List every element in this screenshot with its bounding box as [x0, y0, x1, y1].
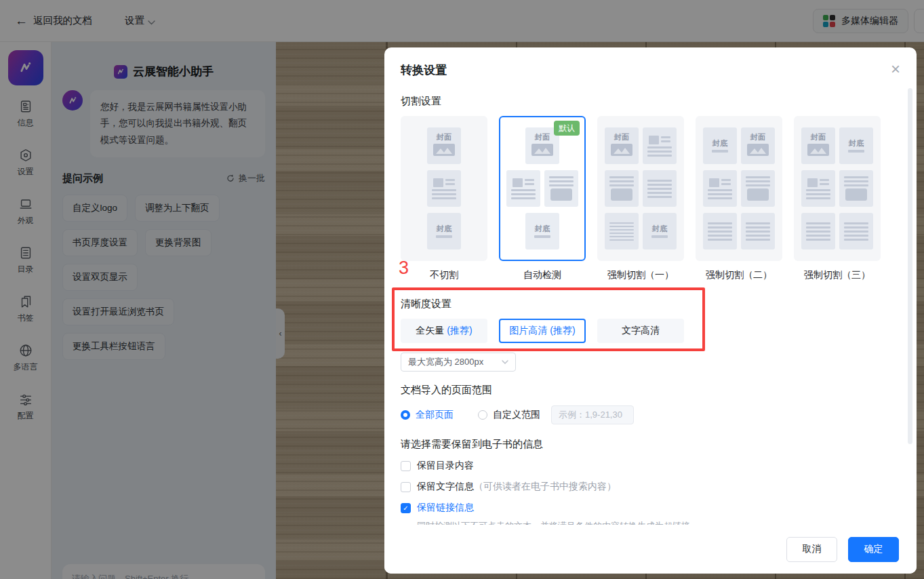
thumb-line [647, 151, 672, 153]
thumb-line [844, 235, 868, 237]
thumb-image-text [433, 178, 455, 187]
cover-image-icon [611, 144, 632, 159]
thumb-row: 封底封面 [703, 127, 775, 164]
thumb-line [708, 189, 732, 191]
thumb-page-lines [741, 213, 775, 249]
thumb-line [609, 229, 634, 231]
thumb-page-lines [801, 213, 835, 249]
thumb-line [609, 239, 634, 241]
thumb-line [746, 239, 770, 241]
cut-option-3: 封底封面强制切割（二） [696, 116, 782, 281]
thumb-image-text [709, 178, 731, 187]
dialog-body: 切割设置 封面封底不切割默认封面封底自动检测封面封底强制切割（一）封底封面强制切… [384, 85, 917, 525]
thumb-page-lines [703, 213, 737, 249]
keep-option-label[interactable]: 保留目录内容 [417, 460, 474, 472]
custom-range-radio[interactable] [478, 410, 487, 420]
range-section-title: 文档导入的页面范围 [401, 384, 900, 397]
thumb-page-imgbig [741, 170, 775, 207]
clarity-option-2[interactable]: 文字高清 [597, 319, 684, 343]
modal-scrollbar[interactable] [908, 88, 912, 444]
cover-label: 封面 [811, 133, 826, 142]
keep-option-note: 同时检测以下不可点击的文本，并将满足条件的内容转换生成为超链接 [417, 519, 900, 525]
keep-option-label[interactable]: 保留链接信息 [417, 502, 474, 514]
back-cover-label: 封底 [849, 139, 864, 148]
thumb-line [746, 235, 770, 237]
thumb-row: 封底 [605, 213, 677, 249]
keep-option-hint: （可供读者在电子书中搜索内容） [474, 481, 616, 493]
thumb-row: 封面封底 [801, 127, 873, 164]
keep-option-row: ✓保留链接信息 [401, 502, 900, 514]
clarity-option-1[interactable]: 图片高清(推荐) [499, 319, 586, 343]
thumb-side-lines [445, 178, 455, 185]
confirm-button[interactable]: 确定 [848, 537, 899, 562]
custom-range-input[interactable]: 示例：1,9-21,30 [551, 405, 634, 424]
checkbox-unchecked[interactable] [401, 461, 411, 471]
cover-image-icon [747, 144, 769, 159]
close-icon[interactable]: × [891, 61, 900, 77]
thumb-line [445, 179, 455, 181]
thumb-line [609, 233, 634, 234]
thumb-row: 封底 [427, 213, 461, 249]
thumb-line [661, 140, 670, 142]
thumb-line [432, 197, 456, 199]
thumb-line [511, 193, 536, 195]
thumb-line [806, 226, 830, 228]
thumb-line [445, 183, 455, 185]
cut-option-card[interactable]: 封底封面 [696, 116, 782, 261]
thumb-line [820, 179, 829, 181]
cut-option-card[interactable]: 封面封底 [597, 116, 684, 261]
thumb-page-back: 封底 [703, 127, 737, 164]
thumb-line [712, 150, 728, 153]
clarity-options: 全矢量(推荐)图片高清(推荐)文字高清 [401, 319, 900, 343]
thumb-page-back: 封底 [643, 213, 677, 249]
thumb-line [844, 184, 868, 186]
thumb-line [844, 231, 868, 233]
thumb-line [746, 231, 770, 233]
thumb-line [806, 239, 830, 241]
custom-range-label[interactable]: 自定义范围 [493, 409, 540, 421]
thumb-row [703, 170, 775, 207]
cut-option-label: 不切割 [401, 269, 487, 281]
checkbox-unchecked[interactable] [401, 482, 411, 492]
thumb-line [708, 193, 732, 195]
thumb-side-lines [525, 178, 534, 185]
cancel-button[interactable]: 取消 [786, 537, 837, 562]
cut-option-0: 封面封底不切割 [401, 116, 487, 281]
thumb-line [511, 189, 536, 191]
thumb-line [432, 193, 456, 195]
cover-image-icon [531, 144, 553, 159]
cut-option-card[interactable]: 封面封底 [794, 116, 881, 261]
thumb-row: 封面 [605, 127, 677, 164]
thumb-row [703, 213, 775, 249]
thumb-line [609, 236, 634, 237]
thumb-line [746, 180, 770, 182]
back-cover-label: 封底 [437, 224, 451, 233]
checkbox-checked[interactable]: ✓ [401, 503, 411, 513]
cut-option-card[interactable]: 默认封面封底 [499, 116, 586, 261]
cut-option-label: 强制切割（二） [696, 269, 782, 281]
thumb-row [506, 170, 578, 207]
keep-option-label[interactable]: 保留文字信息 [417, 481, 474, 493]
thumb-line [525, 183, 534, 185]
thumb-line [844, 176, 868, 178]
thumb-page-lines [839, 213, 873, 249]
all-pages-label[interactable]: 全部页面 [416, 409, 454, 421]
thumb-page-cover: 封面 [741, 127, 775, 164]
thumb-line [708, 226, 732, 228]
thumb-image-block [747, 188, 769, 201]
thumb-page-imgleft [643, 127, 677, 164]
cover-label: 封面 [535, 133, 550, 142]
thumb-page-back: 封底 [839, 127, 873, 164]
all-pages-radio[interactable] [401, 410, 410, 420]
thumb-image-block [649, 136, 659, 144]
cut-option-card[interactable]: 封面封底 [401, 116, 487, 261]
thumb-line [844, 180, 868, 182]
clarity-option-0[interactable]: 全矢量(推荐) [401, 319, 487, 343]
thumb-page-imgbig [544, 170, 578, 207]
max-size-select[interactable]: 最大宽高为 2800px [401, 353, 516, 372]
thumb-page-back: 封底 [427, 213, 461, 249]
thumb-line [609, 176, 634, 178]
cut-option-label: 强制切割（三） [794, 269, 881, 281]
recommended-tag: (推荐) [447, 325, 472, 337]
thumb-line [806, 231, 830, 233]
